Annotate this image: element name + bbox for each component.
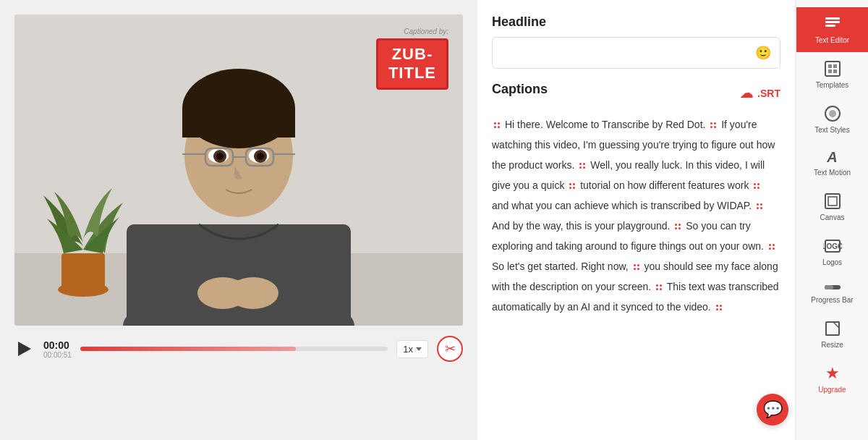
- svg-rect-41: [826, 322, 839, 335]
- svg-rect-25: [825, 17, 840, 20]
- text-styles-icon: [823, 104, 842, 123]
- video-area: Captioned by: ZUB- TITLE 00:00 00:00:51 …: [0, 0, 477, 440]
- caption-drag-handle[interactable]: [579, 163, 585, 169]
- templates-icon: [823, 59, 842, 78]
- progress-bar-icon: [823, 282, 842, 293]
- caption-drag-handle[interactable]: [710, 122, 716, 128]
- sidebar-item-templates-label: Templates: [816, 81, 849, 90]
- canvas-icon: [823, 192, 842, 211]
- svg-point-34: [829, 110, 836, 117]
- headline-input-container[interactable]: 🙂: [492, 37, 780, 69]
- captioned-by-label: Captioned by:: [376, 28, 448, 35]
- sidebar-item-canvas[interactable]: Canvas: [796, 185, 868, 229]
- svg-rect-29: [828, 64, 832, 68]
- zub-title-badge: ZUB- TITLE: [376, 38, 448, 90]
- total-time: 00:00:51: [43, 351, 72, 359]
- captions-section-title: Captions: [492, 82, 548, 97]
- svg-rect-31: [828, 69, 832, 73]
- svg-point-24: [197, 277, 248, 309]
- cloud-icon: ☁: [740, 85, 753, 101]
- caption-drag-handle[interactable]: [754, 183, 760, 189]
- video-controls: 00:00 00:00:51 1x ✂: [14, 336, 463, 362]
- play-icon: [18, 342, 31, 356]
- sidebar-item-templates[interactable]: Templates: [796, 52, 868, 97]
- svg-line-42: [833, 322, 839, 328]
- sidebar-item-progress-bar[interactable]: Progress Bar: [796, 274, 868, 312]
- svg-rect-28: [825, 62, 840, 76]
- captions-header: Captions ☁ .SRT: [492, 82, 780, 104]
- time-display: 00:00 00:00:51: [43, 339, 72, 359]
- svg-point-15: [257, 153, 264, 160]
- sidebar-item-text-styles[interactable]: Text Styles: [796, 97, 868, 142]
- caption-drag-handle[interactable]: [494, 122, 500, 128]
- upgrade-icon: ★: [825, 364, 840, 383]
- srt-label: .SRT: [757, 88, 780, 99]
- caption-drag-handle[interactable]: [634, 264, 639, 270]
- caption-drag-handle[interactable]: [716, 305, 722, 310]
- editor-panel: Headline 🙂 Captions ☁ .SRT Hi there. Wel…: [477, 0, 796, 440]
- progress-bar[interactable]: [80, 347, 388, 351]
- speed-label: 1x: [403, 344, 413, 355]
- logos-icon: LOGO: [823, 237, 842, 255]
- svg-text:LOGO: LOGO: [823, 242, 842, 250]
- current-time: 00:00: [43, 339, 72, 351]
- sidebar-item-text-motion-label: Text Motion: [814, 169, 851, 177]
- play-button[interactable]: [14, 339, 35, 359]
- srt-upload-button[interactable]: ☁ .SRT: [740, 85, 780, 101]
- sidebar-item-text-styles-label: Text Styles: [814, 126, 849, 135]
- text-editor-icon: [823, 14, 842, 33]
- speed-arrow-icon: [416, 347, 422, 351]
- headline-input[interactable]: [501, 47, 755, 59]
- sidebar-item-text-editor[interactable]: Text Editor: [796, 7, 868, 52]
- svg-rect-32: [833, 69, 837, 73]
- svg-rect-40: [825, 285, 833, 289]
- resize-icon: [823, 319, 842, 338]
- captions-body[interactable]: Hi there. Welcome to Transcribe by Red D…: [492, 114, 780, 426]
- speed-control[interactable]: 1x: [396, 340, 428, 358]
- caption-overlay: Captioned by: ZUB- TITLE: [376, 28, 448, 90]
- caption-drag-handle[interactable]: [675, 224, 681, 229]
- sidebar-item-text-motion[interactable]: A Text Motion: [796, 142, 868, 185]
- sidebar-item-canvas-label: Canvas: [820, 213, 845, 222]
- caption-drag-handle[interactable]: [569, 183, 575, 189]
- progress-bar-fill: [80, 347, 296, 351]
- video-container: Captioned by: ZUB- TITLE: [14, 14, 463, 326]
- sidebar-item-resize[interactable]: Resize: [796, 312, 868, 357]
- sidebar-item-logos[interactable]: LOGO Logos: [796, 229, 868, 274]
- svg-rect-27: [825, 25, 835, 27]
- sidebar-item-logos-label: Logos: [822, 258, 842, 267]
- caption-drag-handle[interactable]: [757, 203, 762, 209]
- sidebar-item-resize-label: Resize: [821, 341, 843, 350]
- headline-section-title: Headline: [492, 14, 780, 30]
- caption-drag-handle[interactable]: [656, 284, 662, 290]
- scissors-button[interactable]: ✂: [437, 336, 463, 362]
- chat-support-button[interactable]: 💬: [757, 394, 788, 426]
- sidebar-item-progress-bar-label: Progress Bar: [811, 296, 853, 305]
- svg-rect-3: [61, 253, 105, 293]
- svg-rect-9: [182, 109, 295, 138]
- svg-rect-35: [825, 194, 840, 208]
- svg-point-14: [216, 153, 224, 160]
- text-motion-icon: A: [827, 149, 837, 166]
- svg-rect-26: [825, 21, 840, 23]
- sidebar-item-upgrade-label: Upgrade: [818, 386, 846, 394]
- sidebar-item-upgrade[interactable]: ★ Upgrade: [796, 357, 868, 402]
- svg-rect-30: [833, 64, 837, 68]
- emoji-button[interactable]: 🙂: [755, 45, 771, 61]
- svg-rect-36: [828, 197, 837, 206]
- caption-drag-handle[interactable]: [769, 244, 775, 250]
- right-sidebar: Text Editor Templates Text Styles A Text…: [796, 0, 868, 440]
- sidebar-item-text-editor-label: Text Editor: [815, 36, 849, 45]
